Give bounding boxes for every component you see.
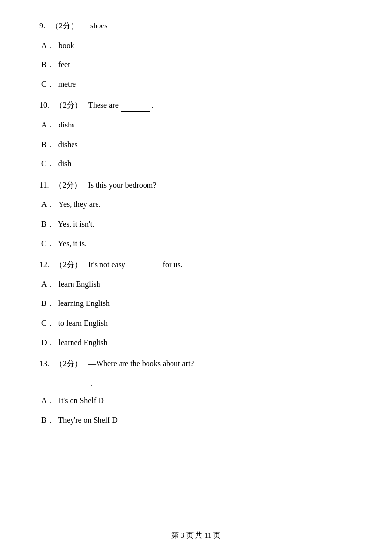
question-10-score: （2分） (55, 101, 82, 109)
option-c-label: C． (41, 157, 54, 170)
question-9: 9. （2分） shoes A． book B． feet C． metre (39, 20, 353, 90)
option-a-text: book (59, 41, 74, 50)
question-10-option-a: A． dishs (39, 119, 353, 131)
question-9-score: （2分） (51, 22, 78, 30)
option-b-text: dishes (58, 140, 78, 149)
option-a-text: dishs (59, 121, 75, 129)
question-13-option-b: B． They're on Shelf D (39, 414, 353, 427)
question-12: 12. （2分） It's not easy for us. A． learn … (39, 258, 353, 349)
question-9-title: 9. （2分） shoes (39, 20, 353, 32)
question-10-blank (121, 102, 150, 112)
question-13-line2: — . (39, 377, 353, 390)
option-b-label: B． (41, 218, 54, 230)
question-11-option-a: A． Yes, they are. (39, 198, 353, 211)
question-11-text: Is this your bedroom? (88, 181, 156, 189)
question-12-option-c: C． to learn English (39, 317, 353, 329)
question-13-option-a: A． It's on Shelf D (39, 394, 353, 407)
option-a-label: A． (41, 278, 55, 291)
question-12-option-d: D． learned English (39, 336, 353, 349)
question-11-option-b: B． Yes, it isn't. (39, 218, 353, 230)
question-12-score: （2分） (55, 260, 82, 269)
question-10: 10. （2分） These are . A． dishs B． dishes … (39, 99, 353, 170)
option-c-text: to learn English (58, 319, 108, 327)
question-10-text: These are (88, 101, 119, 109)
question-9-option-a: A． book (39, 39, 353, 52)
option-c-text: metre (58, 80, 76, 88)
option-a-text: learn English (59, 280, 100, 288)
question-10-number: 10. (39, 101, 49, 109)
option-c-label: C． (41, 78, 54, 91)
question-12-text-after: for us. (163, 260, 183, 269)
option-a-text: Yes, they are. (58, 200, 100, 208)
question-12-option-a: A． learn English (39, 278, 353, 291)
question-10-option-c: C． dish (39, 157, 353, 170)
page-footer: 第 3 页 共 11 页 (0, 531, 392, 540)
question-12-option-b: B． learning English (39, 297, 353, 310)
question-13: 13. （2分） —Where are the books about art?… (39, 357, 353, 426)
question-13-title: 13. （2分） —Where are the books about art? (39, 357, 353, 370)
option-b-text: learning English (58, 299, 110, 307)
question-12-text-before: It's not easy (88, 260, 125, 269)
option-b-label: B． (41, 58, 54, 71)
question-12-blank (127, 262, 157, 271)
question-13-blank (49, 380, 88, 389)
question-9-text: shoes (90, 22, 108, 30)
option-c-text: Yes, it is. (58, 239, 87, 248)
option-b-label: B． (41, 297, 54, 310)
question-10-option-b: B． dishes (39, 138, 353, 151)
option-b-text: They're on Shelf D (58, 416, 118, 424)
question-11-option-c: C． Yes, it is. (39, 237, 353, 250)
option-b-text: Yes, it isn't. (58, 220, 94, 228)
question-13-line2-suffix: . (90, 379, 92, 387)
option-b-label: B． (41, 414, 54, 427)
question-13-number: 13. (39, 359, 49, 368)
question-11-title: 11. （2分） Is this your bedroom? (39, 179, 353, 192)
option-a-text: It's on Shelf D (59, 396, 104, 404)
question-13-line1: —Where are the books about art? (88, 359, 194, 368)
option-b-label: B． (41, 138, 54, 151)
question-11-score: （2分） (54, 181, 82, 189)
question-10-title: 10. （2分） These are . (39, 99, 353, 112)
question-10-suffix: . (152, 101, 154, 109)
option-c-text: dish (58, 159, 72, 168)
option-c-label: C． (41, 317, 54, 329)
option-c-label: C． (41, 237, 54, 250)
option-a-label: A． (41, 39, 55, 52)
question-9-number: 9. (39, 22, 45, 30)
footer-text: 第 3 页 共 11 页 (172, 531, 221, 539)
option-d-label: D． (41, 336, 55, 349)
question-12-title: 12. （2分） It's not easy for us. (39, 258, 353, 271)
option-a-label: A． (41, 119, 55, 131)
question-13-score: （2分） (55, 359, 82, 368)
option-a-label: A． (41, 198, 55, 211)
question-9-option-b: B． feet (39, 58, 353, 71)
option-d-text: learned English (59, 338, 108, 347)
question-11: 11. （2分） Is this your bedroom? A． Yes, t… (39, 179, 353, 250)
question-12-number: 12. (39, 260, 49, 269)
question-9-option-c: C． metre (39, 78, 353, 91)
option-a-label: A． (41, 394, 55, 407)
question-13-line2-prefix: — (39, 379, 47, 387)
question-11-number: 11. (39, 181, 49, 189)
option-b-text: feet (58, 60, 70, 69)
